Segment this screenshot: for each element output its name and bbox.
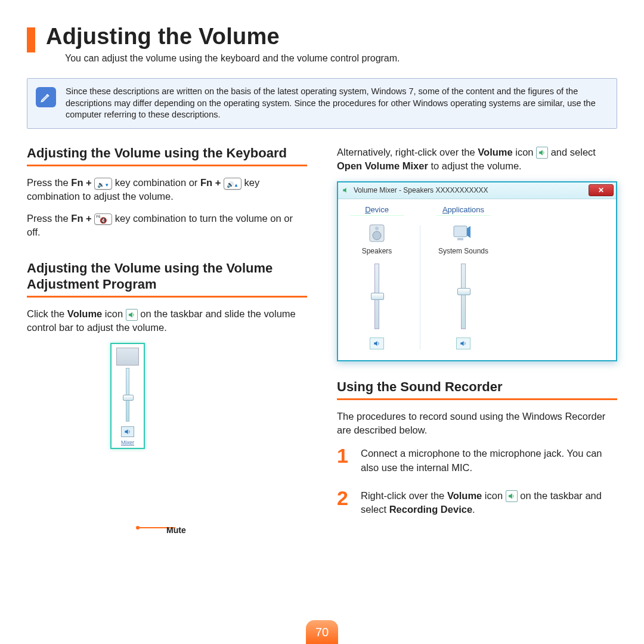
mixer-link[interactable]: Mixer <box>114 438 141 447</box>
svg-point-1 <box>373 231 381 240</box>
speaker-icon <box>536 147 548 159</box>
content-columns: Adjusting the Volume using the Keyboard … <box>27 145 617 530</box>
heading-program: Adjusting the Volume using the Volume Ad… <box>27 261 307 298</box>
intro-text: You can adjust the volume using the keyb… <box>65 53 400 64</box>
divider <box>420 225 420 349</box>
recorder-para: The procedures to record sound using the… <box>337 410 617 437</box>
slider-thumb[interactable] <box>371 293 384 300</box>
step-number: 2 <box>337 488 352 508</box>
svg-rect-4 <box>457 238 463 240</box>
slider-thumb[interactable] <box>457 288 470 295</box>
mixer-col-header: Device <box>350 205 404 216</box>
key-mute: F6🔇 <box>94 213 112 225</box>
mixer-body: Device Speakers Applications System Soun… <box>338 199 616 360</box>
mute-label: Mute <box>166 525 186 535</box>
note-box: Since these descriptions are written on … <box>27 78 617 129</box>
mixer-app-label: System Sounds <box>436 247 490 255</box>
mixer-slider-device[interactable] <box>374 264 379 329</box>
keyboard-para-1: Press the Fn + 🔉▼ key combination or Fn … <box>27 176 307 203</box>
speakers-device-icon <box>350 221 404 246</box>
speaker-icon <box>506 490 518 502</box>
slider-thumb[interactable] <box>123 395 134 401</box>
keyboard-para-2: Press the Fn + F6🔇 key combination to tu… <box>27 212 307 239</box>
program-para: Click the Volume icon on the taskbar and… <box>27 307 307 335</box>
mixer-title: Volume Mixer - Speakers XXXXXXXXXXX <box>354 186 488 194</box>
mixer-col-device: Device Speakers <box>350 205 404 349</box>
svg-point-2 <box>375 227 379 230</box>
system-sounds-icon <box>436 221 490 246</box>
key-vol-up: 🔊▲ <box>224 178 242 190</box>
mixer-titlebar: Volume Mixer - Speakers XXXXXXXXXXX ✕ <box>338 182 616 199</box>
volume-slider[interactable] <box>126 368 129 422</box>
right-column: Alternatively, right-click over the Volu… <box>337 145 617 530</box>
mute-button[interactable]: Mute <box>121 426 134 437</box>
key-vol-down: 🔉▼ <box>94 178 112 190</box>
heading-recorder: Using the Sound Recorder <box>337 379 617 400</box>
volume-popup: Mute Mixer <box>110 343 145 449</box>
step-number: 1 <box>337 445 352 466</box>
svg-rect-3 <box>454 226 467 237</box>
volume-popup-figure: Mute Mixer <box>27 343 307 474</box>
page-title: Adjusting the Volume <box>46 24 400 49</box>
close-button[interactable]: ✕ <box>589 184 614 196</box>
step-text: Right-click over the Volume icon on the … <box>361 488 617 516</box>
pencil-icon <box>36 87 56 107</box>
mixer-col-header: Applications <box>436 205 490 216</box>
note-text: Since these descriptions are written on … <box>66 86 607 121</box>
speaker-icon <box>126 309 138 321</box>
step-2: 2 Right-click over the Volume icon on th… <box>337 488 617 516</box>
step-1: 1 Connect a microphone to the microphone… <box>337 445 617 474</box>
left-column: Adjusting the Volume using the Keyboard … <box>27 145 307 530</box>
volume-mixer-window: Volume Mixer - Speakers XXXXXXXXXXX ✕ De… <box>337 181 617 361</box>
window-icon <box>342 186 350 194</box>
mixer-mute-app[interactable] <box>456 338 470 349</box>
title-accent-bar <box>27 27 35 52</box>
heading-keyboard: Adjusting the Volume using the Keyboard <box>27 145 307 166</box>
step-text: Connect a microphone to the microphone j… <box>361 445 617 474</box>
page-header: Adjusting the Volume You can adjust the … <box>27 24 617 64</box>
mixer-col-apps: Applications System Sounds <box>436 205 490 349</box>
device-icon <box>116 348 139 366</box>
mixer-mute-device[interactable] <box>370 338 384 349</box>
page-number: 70 <box>306 620 338 644</box>
mixer-device-label: Speakers <box>350 247 404 255</box>
mixer-slider-app[interactable] <box>461 264 466 329</box>
right-para-1: Alternatively, right-click over the Volu… <box>337 145 617 173</box>
